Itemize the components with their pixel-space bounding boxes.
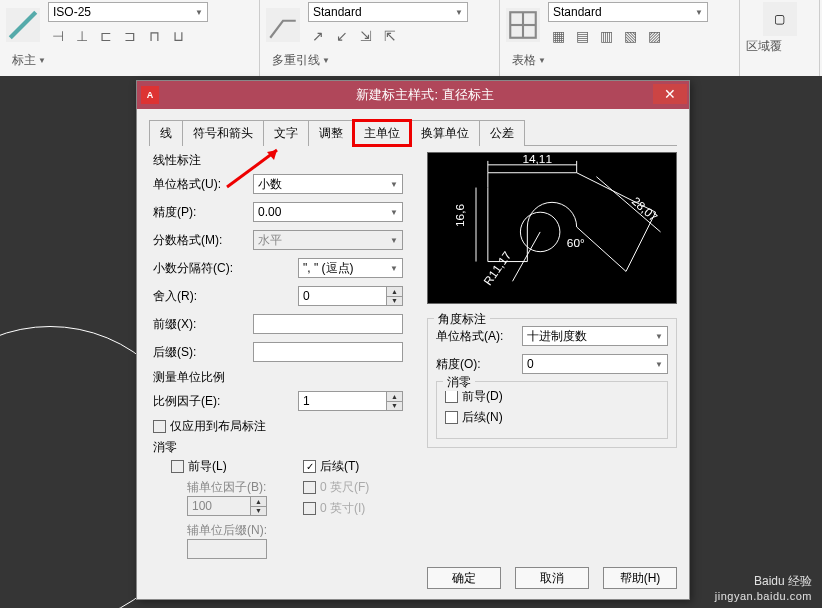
table-tool-icon[interactable]: ▤ [572, 26, 592, 46]
region-icon[interactable]: ▢ [763, 2, 797, 36]
angle-groupbox: 角度标注 单位格式(A):十进制度数▼ 精度(O):0▼ 消零 前导(D) 后续… [427, 318, 677, 448]
dim-tool-icon[interactable]: ⊔ [168, 26, 188, 46]
suffix-input[interactable] [253, 342, 403, 362]
dim-tool-icon[interactable]: ⊓ [144, 26, 164, 46]
subunit-suffix-input [187, 539, 267, 559]
ml-tool-icon[interactable]: ⇱ [380, 26, 400, 46]
dimstyle-dialog: A 新建标主样式: 直径标主 ✕ 线 符号和箭头 文字 调整 主单位 换算单位 … [136, 80, 690, 600]
angle-precision-label: 精度(O): [436, 356, 522, 373]
precision-label: 精度(P): [153, 204, 253, 221]
tab-symbols[interactable]: 符号和箭头 [182, 120, 264, 146]
subunit-factor-label: 辅单位因子(B): [187, 479, 303, 496]
svg-line-8 [513, 232, 541, 281]
zero-inch-label: 0 英寸(I) [320, 500, 365, 517]
decimal-sep-select[interactable]: ", " (逗点)▼ [298, 258, 403, 278]
unit-format-label: 单位格式(U): [153, 176, 253, 193]
mlstyle-select[interactable]: Standard▼ [308, 2, 468, 22]
region-label[interactable]: 区域覆 [746, 38, 782, 55]
dialog-title: 新建标主样式: 直径标主 [165, 86, 685, 104]
scale-factor-label: 比例因子(E): [153, 393, 253, 410]
tab-text[interactable]: 文字 [263, 120, 309, 146]
svg-text:14,11: 14,11 [522, 153, 552, 166]
table-label[interactable]: 表格 [512, 52, 536, 69]
tab-primary-units[interactable]: 主单位 [353, 120, 411, 146]
leading-label: 前导(L) [188, 458, 227, 475]
tablestyle-select[interactable]: Standard▼ [548, 2, 708, 22]
dim-tool-icon[interactable]: ⊏ [96, 26, 116, 46]
zero-feet-label: 0 英尺(F) [320, 479, 369, 496]
subunit-factor-spinner: 100▲▼ [187, 496, 267, 516]
app-icon: A [141, 86, 159, 104]
zero-inch-checkbox [303, 502, 316, 515]
ml-label[interactable]: 多重引线 [272, 52, 320, 69]
fraction-label: 分数格式(M): [153, 232, 253, 249]
angle-trailing-checkbox[interactable] [445, 411, 458, 424]
unit-format-select[interactable]: 小数▼ [253, 174, 403, 194]
tab-lines[interactable]: 线 [149, 120, 183, 146]
trailing-label: 后续(T) [320, 458, 359, 475]
tab-alt-units[interactable]: 换算单位 [410, 120, 480, 146]
watermark-url: jingyan.baidu.com [715, 590, 812, 602]
leading-checkbox [171, 460, 184, 473]
measure-group-label: 测量单位比例 [153, 369, 415, 386]
ribbon: ISO-25▼ ⊣ ⊥ ⊏ ⊐ ⊓ ⊔ 标主▼ Standard▼ ↗ ↙ [0, 0, 822, 76]
round-label: 舍入(R): [153, 288, 253, 305]
angle-precision-select[interactable]: 0▼ [522, 354, 668, 374]
dim-panel-icon[interactable] [6, 8, 40, 42]
titlebar: A 新建标主样式: 直径标主 ✕ [137, 81, 689, 109]
zero-group-label: 消零 [153, 439, 415, 456]
watermark: Baidu 经验 jingyan.baidu.com [715, 573, 812, 602]
scale-factor-spinner[interactable]: 1▲▼ [298, 391, 403, 411]
table-tool-icon[interactable]: ▨ [644, 26, 664, 46]
dimstyle-select[interactable]: ISO-25▼ [48, 2, 208, 22]
prefix-label: 前缀(X): [153, 316, 253, 333]
angle-unit-label: 单位格式(A): [436, 328, 522, 345]
layout-only-checkbox [153, 420, 166, 433]
svg-text:60°: 60° [567, 236, 585, 250]
prefix-input[interactable] [253, 314, 403, 334]
trailing-checkbox[interactable]: ✓ [303, 460, 316, 473]
table-icon[interactable] [506, 8, 540, 42]
ok-button[interactable]: 确定 [427, 567, 501, 589]
tab-tolerance[interactable]: 公差 [479, 120, 525, 146]
angle-trailing-label: 后续(N) [462, 409, 503, 426]
fraction-select: 水平▼ [253, 230, 403, 250]
subunit-suffix-label: 辅单位后缀(N): [187, 522, 303, 539]
dim-tool-icon[interactable]: ⊐ [120, 26, 140, 46]
mleader-icon[interactable] [266, 8, 300, 42]
decimal-sep-label: 小数分隔符(C): [153, 260, 253, 277]
table-tool-icon[interactable]: ▥ [596, 26, 616, 46]
linear-group-label: 线性标注 [153, 152, 415, 169]
tab-fit[interactable]: 调整 [308, 120, 354, 146]
layout-only-label: 仅应用到布局标注 [170, 418, 266, 435]
tab-strip: 线 符号和箭头 文字 调整 主单位 换算单位 公差 [149, 119, 677, 146]
precision-select[interactable]: 0.00▼ [253, 202, 403, 222]
angle-group-title: 角度标注 [434, 311, 490, 328]
ml-tool-icon[interactable]: ⇲ [356, 26, 376, 46]
watermark-brand: Baidu 经验 [715, 573, 812, 590]
ml-tool-icon[interactable]: ↗ [308, 26, 328, 46]
preview-pane: 14,11 28,07 60° R11,17 16,6 [427, 152, 677, 304]
close-button[interactable]: ✕ [653, 84, 687, 104]
angle-zero-group: 消零 前导(D) 后续(N) [436, 381, 668, 439]
dim-tool-icon[interactable]: ⊥ [72, 26, 92, 46]
suffix-label: 后缀(S): [153, 344, 253, 361]
table-tool-icon[interactable]: ▦ [548, 26, 568, 46]
zero-feet-checkbox [303, 481, 316, 494]
ml-tool-icon[interactable]: ↙ [332, 26, 352, 46]
angle-unit-select[interactable]: 十进制度数▼ [522, 326, 668, 346]
cancel-button[interactable]: 取消 [515, 567, 589, 589]
table-tool-icon[interactable]: ▧ [620, 26, 640, 46]
angle-zero-title: 消零 [443, 374, 475, 391]
dim-tool-icon[interactable]: ⊣ [48, 26, 68, 46]
svg-text:R11,17: R11,17 [481, 249, 514, 288]
angle-leading-checkbox[interactable] [445, 390, 458, 403]
help-button[interactable]: 帮助(H) [603, 567, 677, 589]
round-spinner[interactable]: 0▲▼ [298, 286, 403, 306]
svg-text:16,6: 16,6 [453, 204, 467, 227]
dim-label[interactable]: 标主 [12, 52, 36, 69]
